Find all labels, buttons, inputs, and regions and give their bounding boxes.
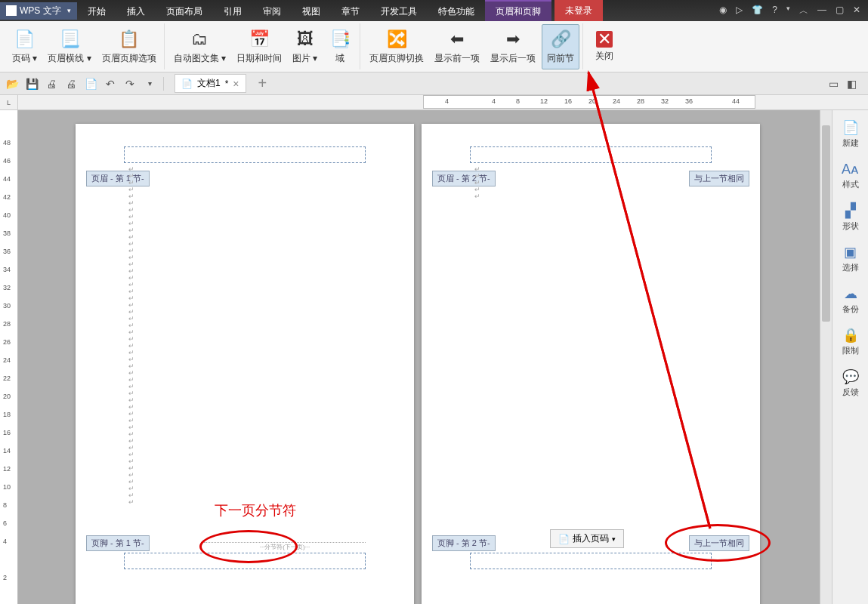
style-icon: Aᴀ — [842, 161, 859, 177]
page1-footer-area[interactable] — [124, 553, 366, 569]
page1-header-label: 页眉 - 第 1 节- — [86, 171, 150, 186]
tab-reference[interactable]: 引用 — [213, 0, 252, 21]
page1-paragraph-marks: ↵↵↵↵↵↵↵↵↵↵↵↵↵↵↵↵↵↵↵↵↵↵↵↵↵↵↵↵↵↵↵↵↵↵↵↵↵↵↵↵… — [128, 166, 134, 506]
vertical-scrollbar[interactable] — [820, 110, 832, 604]
field-button[interactable]: 📑 域 — [323, 24, 357, 69]
same-as-prev-button[interactable]: 🔗 同前节 — [542, 24, 579, 69]
page2-footer-same: 与上一节相同 — [689, 535, 749, 551]
ruler-area: L 4 4 8 12 16 20 24 28 32 36 44 — [0, 95, 868, 110]
sidepane-style[interactable]: Aᴀ样式 — [836, 156, 866, 195]
prev-icon: ⬅ — [446, 29, 468, 50]
open-icon[interactable]: 📂 — [5, 76, 20, 91]
shape-icon: ▞ — [845, 202, 856, 219]
tab-view[interactable]: 视图 — [292, 0, 331, 21]
ruler-corner[interactable]: L — [0, 95, 18, 109]
page2-paragraph-marks: ↵↵↵↵↵ — [474, 166, 480, 200]
minimize-icon[interactable]: — — [817, 5, 826, 17]
doc-close-icon[interactable]: × — [233, 78, 239, 90]
save-icon[interactable]: 💾 — [24, 76, 39, 91]
doc-icon: 📄 — [181, 79, 193, 89]
doc-name: 文档1 — [197, 77, 221, 90]
app-dropdown-icon[interactable]: ▾ — [67, 7, 71, 14]
hanger-icon[interactable]: 👕 — [752, 5, 763, 17]
switch-icon: 🔀 — [386, 29, 407, 50]
page-2[interactable]: 页眉 - 第 2 节- 与上一节相同 ↵↵↵↵↵ 页脚 - 第 2 节- 与上一… — [422, 124, 760, 604]
calendar-icon: 📅 — [249, 29, 270, 50]
options-icon: 📋 — [119, 29, 140, 50]
wps-icon — [6, 5, 17, 16]
gallery-icon: 🗂 — [189, 29, 210, 50]
sidepane-new[interactable]: 📄新建 — [836, 115, 866, 153]
field-icon: 📑 — [329, 29, 351, 50]
maximize-icon[interactable]: ▢ — [836, 5, 844, 17]
title-bar: WPS 文字 ▾ 开始 插入 页面布局 引用 审阅 视图 章节 开发工具 特色功… — [0, 0, 868, 21]
page2-header-area[interactable] — [470, 146, 712, 163]
page-number-button[interactable]: 📄 页码 ▾ — [8, 24, 42, 69]
help-icon[interactable]: ? — [772, 5, 777, 17]
backup-icon: ☁ — [844, 285, 857, 302]
qat-dropdown-icon[interactable]: ▾ — [142, 76, 157, 91]
pn-dropdown-icon: ▾ — [612, 535, 616, 543]
sidepane-select[interactable]: ▣选择 — [836, 239, 866, 278]
header-line-icon: 📃 — [59, 29, 80, 50]
redo-icon[interactable]: ↷ — [122, 76, 137, 91]
page-1[interactable]: 页眉 - 第 1 节- ↵↵↵↵↵↵↵↵↵↵↵↵↵↵↵↵↵↵↵↵↵↵↵↵↵↵↵↵… — [76, 124, 414, 604]
tab-features[interactable]: 特色功能 — [428, 0, 485, 21]
restore-up-icon[interactable]: ︿ — [799, 5, 808, 17]
print-icon[interactable]: 📄 — [83, 76, 98, 91]
show-prev-button[interactable]: ⬅ 显示前一项 — [430, 24, 484, 69]
section-break-marker: ···分节符(下一页)··· — [204, 542, 366, 551]
next-icon: ➡ — [502, 29, 524, 50]
right-side-panel: 📄新建 Aᴀ样式 ▞形状 ▣选择 ☁备份 🔒限制 💬反馈 — [832, 110, 868, 604]
link-icon: 🔗 — [550, 29, 571, 50]
page1-header-area[interactable] — [124, 146, 366, 163]
sidepane-feedback[interactable]: 💬反馈 — [836, 364, 866, 402]
tab-dev-tools[interactable]: 开发工具 — [370, 0, 428, 21]
menu-tabs: 开始 插入 页面布局 引用 审阅 视图 章节 开发工具 特色功能 页眉和页脚 未… — [77, 0, 603, 21]
picture-icon: 🖼 — [295, 29, 316, 50]
skin-icon[interactable]: ▷ — [736, 5, 743, 17]
print-direct-icon[interactable]: 🖨 — [44, 76, 59, 91]
login-button[interactable]: 未登录 — [554, 0, 603, 21]
sidepane-restrict[interactable]: 🔒限制 — [836, 322, 866, 361]
header-footer-options-button[interactable]: 📋 页眉页脚选项 — [97, 24, 161, 69]
tab-section[interactable]: 章节 — [331, 0, 370, 21]
insert-page-number-button[interactable]: 📄 插入页码 ▾ — [550, 529, 624, 548]
date-time-button[interactable]: 📅 日期和时间 — [232, 24, 286, 69]
feedback-icon: 💬 — [842, 368, 859, 385]
tab-insert[interactable]: 插入 — [116, 0, 156, 21]
show-next-button[interactable]: ➡ 显示后一项 — [486, 24, 540, 69]
page2-footer-area[interactable] — [470, 553, 712, 569]
scrollbar-thumb[interactable] — [822, 125, 830, 322]
titlebar-right-icons: ◉ ▷ 👕 ? ▾ ︿ — ▢ ✕ — [712, 5, 868, 17]
vertical-ruler[interactable]: 48 46 44 42 40 38 36 34 32 30 28 26 24 2… — [0, 110, 18, 604]
print-preview-icon[interactable]: 🖨 — [63, 76, 79, 91]
tab-header-footer[interactable]: 页眉和页脚 — [485, 0, 551, 21]
tab-page-layout[interactable]: 页面布局 — [156, 0, 213, 21]
tab-review[interactable]: 审阅 — [252, 0, 292, 21]
sidepane-backup[interactable]: ☁备份 — [836, 281, 866, 319]
close-hf-button[interactable]: ✕ 关闭 — [588, 24, 621, 69]
picture-button[interactable]: 🖼 图片 ▾ — [288, 24, 322, 69]
header-line-button[interactable]: 📃 页眉横线 ▾ — [43, 24, 95, 69]
new-doc-icon: 📄 — [842, 119, 859, 136]
horizontal-ruler[interactable]: 4 4 8 12 16 20 24 28 32 36 44 — [423, 95, 755, 109]
new-tab-button[interactable]: + — [258, 75, 267, 92]
auto-gallery-button[interactable]: 🗂 自动图文集 ▾ — [169, 24, 230, 69]
editor-area: 48 46 44 42 40 38 36 34 32 30 28 26 24 2… — [0, 110, 832, 604]
doc-dirty: * — [225, 79, 229, 89]
help-dropdown-icon[interactable]: ▾ — [786, 5, 790, 17]
switch-hf-button[interactable]: 🔀 页眉页脚切换 — [365, 24, 428, 69]
panel-toggle-icon[interactable]: ◧ — [844, 76, 859, 91]
close-icon[interactable]: ✕ — [853, 5, 860, 17]
undo-icon[interactable]: ↶ — [103, 76, 118, 91]
sidepane-shape[interactable]: ▞形状 — [836, 198, 866, 236]
app-name: WPS 文字 — [20, 5, 61, 17]
sync-icon[interactable]: ◉ — [719, 5, 727, 17]
page2-header-same: 与上一节相同 — [689, 171, 749, 186]
tab-start[interactable]: 开始 — [77, 0, 116, 21]
pages-container: 页眉 - 第 1 节- ↵↵↵↵↵↵↵↵↵↵↵↵↵↵↵↵↵↵↵↵↵↵↵↵↵↵↵↵… — [18, 110, 820, 604]
document-tab[interactable]: 📄 文档1 * × — [175, 74, 246, 93]
section-break-annotation: 下一页分节符 — [215, 501, 296, 519]
indicator-icon[interactable]: ▭ — [826, 76, 841, 91]
